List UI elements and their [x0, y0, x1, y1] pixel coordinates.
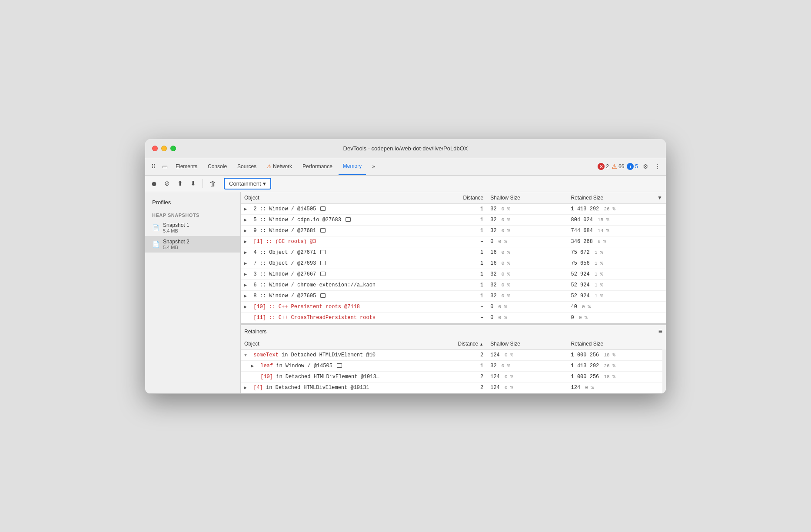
tab-console[interactable]: Console [203, 158, 231, 176]
table-row[interactable]: ▶ [4] in Detached HTMLDivElement @10131 … [241, 382, 666, 393]
retainers-label: Retainers [244, 329, 266, 335]
main-table-container[interactable]: Object Distance Shallow Size Retained Si… [241, 192, 666, 323]
window-tag-icon [337, 363, 342, 368]
table-row[interactable]: ▶ 2 :: Window / @14505 1 32 0 % 1 413 29… [241, 203, 666, 214]
window-tag-icon [320, 206, 326, 211]
ret-row-object: ▶ [10] in Detached HTMLDivElement @1013… [241, 371, 442, 382]
row-retained: 75 672 1 % [568, 247, 666, 258]
close-button[interactable] [152, 146, 158, 151]
row-distance: 1 [442, 258, 487, 269]
col-header-retained: Retained Size ▼ [568, 192, 666, 204]
row-shallow: 32 0 % [487, 203, 567, 214]
table-row[interactable]: ▶ 8 :: Window / @27695 1 32 0 % 52 924 1… [241, 290, 666, 301]
row-object: ▶ 5 :: Window / cdpn.io @27683 [241, 214, 442, 225]
clear-button[interactable]: ⊘ [162, 178, 172, 189]
row-shallow: 32 0 % [487, 290, 567, 301]
row-object: ▶ 4 :: Object / @27671 [241, 247, 442, 258]
expand-icon[interactable]: ▶ [251, 363, 257, 369]
expand-icon[interactable]: ▶ [244, 385, 250, 390]
ret-row-distance: 1 [442, 360, 487, 371]
row-distance: 1 [442, 225, 487, 236]
info-badge: i 5 [627, 163, 638, 170]
error-icon: ✕ [598, 163, 605, 170]
settings-icon[interactable]: ⚙ [641, 162, 650, 171]
warning-icon: ⚠ [612, 163, 617, 170]
row-shallow: 16 0 % [487, 258, 567, 269]
table-row[interactable]: ▶ [10] in Detached HTMLDivElement @1013…… [241, 371, 666, 382]
expand-icon[interactable]: ▶ [244, 304, 250, 309]
ret-row-distance: 2 [442, 349, 487, 360]
retainers-menu-icon[interactable]: ≡ [658, 328, 662, 336]
collapse-icon[interactable]: ▼ [244, 353, 250, 358]
minimize-button[interactable] [161, 146, 167, 151]
download-button[interactable]: ⬇ [188, 178, 198, 189]
row-retained: 346 268 6 % [568, 236, 666, 247]
expand-icon[interactable]: ▶ [244, 272, 250, 277]
expand-icon[interactable]: ▶ [244, 228, 250, 233]
row-retained: 40 0 % [568, 301, 666, 312]
tab-elements[interactable]: Elements [171, 158, 202, 176]
row-shallow: 32 0 % [487, 214, 567, 225]
table-row[interactable]: ▶ 7 :: Object / @27693 1 16 0 % 75 656 1… [241, 258, 666, 269]
ret-row-object: ▶ [4] in Detached HTMLDivElement @10131 [241, 382, 442, 393]
retainers-table-container[interactable]: Object Distance Shallow Size Retained Si… [241, 338, 666, 393]
expand-icon[interactable]: ▶ [244, 293, 250, 299]
table-row[interactable]: ▶ 4 :: Object / @27671 1 16 0 % 75 672 1… [241, 247, 666, 258]
row-object: ▶ [10] :: C++ Persistent roots @7118 [241, 301, 442, 312]
row-retained: 52 924 1 % [568, 290, 666, 301]
tab-sources[interactable]: Sources [233, 158, 261, 176]
row-object: ▶ 6 :: Window / chrome-extension://a…kao… [241, 279, 442, 290]
row-shallow: 0 0 % [487, 236, 567, 247]
row-object: ▶ [11] :: C++ CrossThreadPersistent root… [241, 312, 442, 323]
table-row[interactable]: ▶ [10] :: C++ Persistent roots @7118 – 0… [241, 301, 666, 312]
row-object: ▶ 7 :: Object / @27693 [241, 258, 442, 269]
upload-button[interactable]: ⬆ [175, 178, 185, 189]
ret-row-shallow: 124 0 % [487, 382, 567, 393]
snapshot-1-item[interactable]: 📄 Snapshot 1 5.4 MB [145, 219, 240, 236]
row-distance: 1 [442, 247, 487, 258]
table-row[interactable]: ▶ 5 :: Window / cdpn.io @27683 1 32 0 % … [241, 214, 666, 225]
table-row[interactable]: ▶ [11] :: C++ CrossThreadPersistent root… [241, 312, 666, 323]
table-row[interactable]: ▶ 9 :: Window / @27681 1 32 0 % 744 684 … [241, 225, 666, 236]
row-shallow: 32 0 % [487, 279, 567, 290]
table-row[interactable]: ▶ 3 :: Window / @27667 1 32 0 % 52 924 1… [241, 269, 666, 279]
snapshot-2-item[interactable]: 📄 Snapshot 2 5.4 MB [145, 236, 240, 253]
row-object: ▶ 3 :: Window / @27667 [241, 269, 442, 279]
row-distance: – [442, 301, 487, 312]
content-area: Profiles HEAP SNAPSHOTS 📄 Snapshot 1 5.4… [145, 192, 666, 393]
snapshot-icon-2: 📄 [152, 241, 160, 248]
window-tag-icon [346, 217, 351, 222]
window-tag-icon [320, 272, 326, 276]
more-icon[interactable]: ⋮ [653, 162, 662, 171]
ret-col-header-object: Object [241, 338, 442, 350]
heap-snapshots-label: HEAP SNAPSHOTS [145, 209, 240, 219]
device-toggle-icon[interactable]: ▭ [160, 162, 170, 171]
tab-memory[interactable]: Memory [339, 158, 366, 176]
expand-icon[interactable]: ▶ [244, 250, 250, 255]
maximize-button[interactable] [170, 146, 176, 151]
row-retained: 804 024 15 % [568, 214, 666, 225]
row-retained: 744 684 14 % [568, 225, 666, 236]
ret-row-shallow: 124 0 % [487, 371, 567, 382]
dropdown-label: Containment [229, 180, 261, 187]
expand-icon[interactable]: ▶ [244, 261, 250, 266]
collect-button[interactable]: 🗑 [207, 178, 218, 189]
ret-row-shallow: 32 0 % [487, 360, 567, 371]
ret-row-retained: 124 0 % [568, 382, 666, 393]
expand-icon[interactable]: ▶ [244, 206, 250, 212]
table-row[interactable]: ▼ someText in Detached HTMLDivElement @1… [241, 349, 666, 360]
expand-icon[interactable]: ▶ [244, 283, 250, 288]
record-button[interactable]: ⏺ [149, 178, 159, 189]
table-row[interactable]: ▶ leaf in Window / @14505 1 32 0 % 1 413… [241, 360, 666, 371]
tab-performance[interactable]: Performance [298, 158, 337, 176]
expand-icon[interactable]: ▶ [244, 217, 250, 223]
tab-network[interactable]: ⚠ Network [263, 158, 296, 176]
tab-more[interactable]: » [368, 158, 379, 176]
table-row[interactable]: ▶ 6 :: Window / chrome-extension://a…kao… [241, 279, 666, 290]
window-tag-icon [320, 261, 326, 265]
view-dropdown[interactable]: Containment ▾ [224, 178, 271, 190]
expand-icon[interactable]: ▶ [244, 239, 250, 244]
table-row[interactable]: ▶ [1] :: (GC roots) @3 – 0 0 % 346 268 6… [241, 236, 666, 247]
row-shallow: 32 0 % [487, 225, 567, 236]
inspect-icon[interactable]: ⠿ [149, 162, 158, 171]
